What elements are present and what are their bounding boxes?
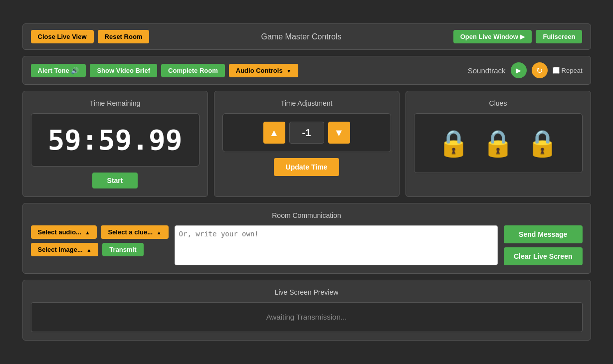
top-bar: Close Live View Reset Room Game Master C… — [22, 23, 591, 50]
room-communication-panel: Room Communication Select audio... ▲ Sel… — [22, 203, 591, 274]
complete-room-button[interactable]: Complete Room — [161, 64, 225, 77]
reset-room-button[interactable]: Reset Room — [98, 30, 150, 43]
controls-bar: Alert Tone 🔊 Show Video Brief Complete R… — [22, 56, 591, 85]
room-comm-buttons: Select audio... ▲ Select a clue... ▲ Sel… — [31, 225, 169, 256]
room-comm-actions: Send Message Clear Live Screen — [504, 225, 583, 265]
select-image-chevron-icon: ▲ — [86, 247, 91, 253]
awaiting-text: Awaiting Transmission... — [266, 313, 347, 321]
chevron-down-icon: ▼ — [286, 68, 291, 74]
panels-row: Time Remaining 59:59.99 Start Time Adjus… — [22, 91, 591, 197]
live-screen-preview-title: Live Screen Preview — [31, 288, 583, 296]
close-live-view-button[interactable]: Close Live View — [31, 30, 94, 43]
clues-container: 🔒 🔒 🔒 — [414, 113, 583, 173]
clear-live-screen-button[interactable]: Clear Live Screen — [504, 247, 583, 265]
clues-title: Clues — [414, 99, 583, 107]
lock-icon-3: 🔒 — [526, 128, 559, 159]
start-button[interactable]: Start — [92, 173, 138, 188]
message-textarea[interactable] — [175, 225, 498, 265]
time-adjustment-title: Time Adjustment — [222, 99, 391, 107]
lock-icon-2: 🔒 — [482, 128, 514, 159]
select-audio-chevron-icon: ▲ — [85, 230, 90, 235]
play-button[interactable]: ▶ — [511, 62, 527, 78]
time-remaining-title: Time Remaining — [31, 99, 200, 107]
top-bar-right: Open Live Window ▶ Fullscreen — [453, 30, 583, 43]
alert-tone-button[interactable]: Alert Tone 🔊 — [31, 64, 86, 77]
room-communication-title: Room Communication — [31, 211, 583, 219]
timer-value: 59:59.99 — [41, 124, 189, 156]
repeat-label: Repeat — [553, 67, 583, 74]
controls-bar-left: Alert Tone 🔊 Show Video Brief Complete R… — [31, 64, 299, 77]
lock-icon-1: 🔒 — [437, 128, 470, 159]
clues-panel: Clues 🔒 🔒 🔒 — [406, 91, 591, 197]
adjustment-value-input[interactable] — [289, 122, 324, 144]
page-title: Game Master Controls — [261, 32, 342, 41]
increment-button[interactable]: ▲ — [263, 122, 285, 144]
select-clue-chevron-icon: ▲ — [157, 230, 162, 235]
send-message-button[interactable]: Send Message — [504, 225, 583, 243]
room-comm-buttons-row-2: Select image... ▲ Transmit — [31, 243, 169, 256]
controls-bar-right: Soundtrack ▶ ↻ Repeat — [468, 62, 583, 78]
room-communication-content: Select audio... ▲ Select a clue... ▲ Sel… — [31, 225, 583, 265]
room-comm-buttons-row-1: Select audio... ▲ Select a clue... ▲ — [31, 225, 169, 239]
transmit-button[interactable]: Transmit — [102, 243, 143, 256]
fullscreen-button[interactable]: Fullscreen — [536, 30, 582, 43]
adjustment-controls: ▲ ▼ — [222, 113, 391, 152]
top-bar-left: Close Live View Reset Room — [31, 30, 150, 43]
select-image-button[interactable]: Select image... ▲ — [31, 243, 99, 256]
live-screen-preview-panel: Live Screen Preview Awaiting Transmissio… — [22, 280, 591, 341]
decrement-button[interactable]: ▼ — [328, 122, 350, 144]
audio-controls-button[interactable]: Audio Controls ▼ — [229, 64, 298, 77]
open-live-window-button[interactable]: Open Live Window ▶ — [453, 30, 532, 43]
select-audio-button[interactable]: Select audio... ▲ — [31, 225, 97, 239]
repeat-checkbox[interactable] — [553, 67, 560, 74]
update-time-button[interactable]: Update Time — [274, 158, 340, 176]
timer-display: 59:59.99 — [31, 113, 200, 167]
time-adjustment-panel: Time Adjustment ▲ ▼ Update Time — [214, 91, 400, 197]
refresh-button[interactable]: ↻ — [532, 62, 548, 78]
soundtrack-label: Soundtrack — [468, 66, 506, 75]
main-container: Close Live View Reset Room Game Master C… — [22, 23, 591, 341]
show-video-brief-button[interactable]: Show Video Brief — [90, 64, 157, 77]
live-screen-preview-content: Awaiting Transmission... — [31, 302, 583, 332]
select-clue-button[interactable]: Select a clue... ▲ — [101, 225, 168, 239]
time-remaining-panel: Time Remaining 59:59.99 Start — [22, 91, 208, 197]
